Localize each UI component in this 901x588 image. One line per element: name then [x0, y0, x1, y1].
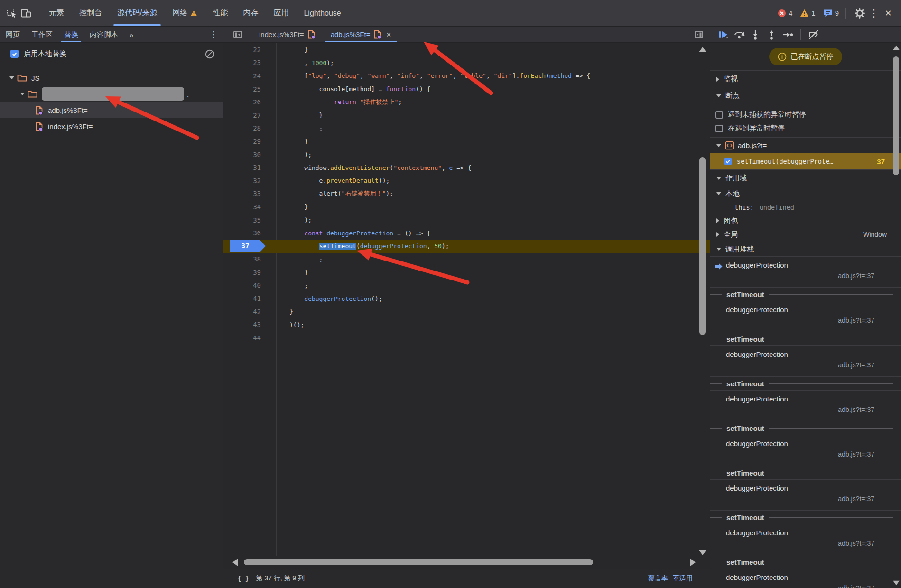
code-line-27[interactable]: 27 }	[223, 109, 710, 122]
warning-badge[interactable]: 1	[800, 9, 815, 17]
code-line-37[interactable]: 3737 setTimeout(debuggerProtection, 50);	[223, 240, 710, 253]
scroll-up-icon[interactable]	[893, 46, 900, 50]
breakpoint-checkbox[interactable]	[724, 158, 732, 165]
line-number[interactable]: 33	[223, 190, 276, 197]
code-line-34[interactable]: 34 }	[223, 200, 710, 214]
code-text[interactable]: }	[276, 112, 323, 119]
main-tab-元素[interactable]: 元素	[41, 0, 72, 27]
line-number[interactable]: 36	[223, 229, 276, 237]
code-text[interactable]: );	[276, 216, 312, 224]
code-line-40[interactable]: 40 ;	[223, 279, 710, 292]
code-line-24[interactable]: 24 ["log", "debug", "warn", "info", "err…	[223, 69, 710, 83]
tree-folder-redacted[interactable]: .	[0, 86, 223, 102]
code-line-42[interactable]: 42}	[223, 305, 710, 318]
code-text[interactable]: const debuggerProtection = () => {	[276, 230, 430, 237]
tree-file-adb.js%3Ft=[interactable]: adb.js%3Ft=	[0, 102, 223, 118]
stack-frame[interactable]: debuggerProtectionadb.js?t=:37	[710, 480, 901, 510]
line-number[interactable]: 43	[223, 321, 276, 328]
sources-tab-内容脚本[interactable]: 内容脚本	[84, 27, 124, 43]
editor-horizontal-scrollbar[interactable]	[223, 556, 710, 569]
main-tab-性能[interactable]: 性能	[205, 0, 235, 27]
breakpoint-file-group[interactable]: adb.js?t=	[710, 137, 901, 153]
code-text[interactable]: }	[276, 203, 308, 210]
pause-caught-checkbox[interactable]	[715, 125, 723, 132]
code-line-30[interactable]: 30 );	[223, 148, 710, 161]
section-breakpoints[interactable]: 断点	[710, 87, 901, 104]
scroll-left-icon[interactable]	[232, 559, 238, 566]
line-number[interactable]: 26	[223, 98, 276, 106]
main-tab-源代码/来源[interactable]: 源代码/来源	[110, 0, 165, 27]
line-number[interactable]: 24	[223, 72, 276, 80]
code-line-39[interactable]: 39 }	[223, 266, 710, 279]
resume-script-icon[interactable]	[716, 28, 730, 42]
line-number[interactable]: 41	[223, 295, 276, 302]
line-number[interactable]: 27	[223, 112, 276, 119]
code-text[interactable]: }	[276, 46, 308, 53]
sidebar-scrollbar[interactable]	[892, 43, 900, 588]
breakpoint-entry[interactable]: setTimeout(debuggerProte… 37	[710, 153, 901, 169]
main-tab-应用[interactable]: 应用	[266, 0, 296, 27]
frame-location[interactable]: adb.js?t=:37	[838, 272, 874, 280]
pretty-print-icon[interactable]: { }	[237, 575, 249, 582]
line-number[interactable]: 29	[223, 138, 276, 145]
main-tab-网络[interactable]: 网络	[165, 0, 205, 27]
code-text[interactable]: return "操作被禁止";	[276, 98, 402, 106]
error-badge[interactable]: 4	[778, 9, 792, 18]
sidebar-scroll-thumb[interactable]	[893, 56, 899, 175]
sources-tab-工作区[interactable]: 工作区	[26, 27, 58, 43]
step-out-icon[interactable]	[764, 28, 779, 42]
scroll-right-icon[interactable]	[690, 559, 696, 566]
line-number[interactable]: 32	[223, 177, 276, 185]
tree-folder-JS[interactable]: JS	[0, 70, 223, 86]
code-line-23[interactable]: 23 , 1000);	[223, 56, 710, 70]
hide-navigator-icon[interactable]	[231, 28, 245, 42]
code-text[interactable]: e.preventDefault();	[276, 177, 390, 184]
pause-uncaught-row[interactable]: 遇到未捕获的异常时暂停	[710, 108, 901, 121]
section-call-stack[interactable]: 调用堆栈	[710, 242, 901, 257]
code-text[interactable]: ;	[276, 125, 323, 132]
section-scope[interactable]: 作用域	[710, 169, 901, 187]
horizontal-scroll-thumb[interactable]	[244, 559, 593, 565]
code-text[interactable]: }	[276, 269, 308, 276]
coverage-value[interactable]: 不适用	[673, 574, 693, 583]
code-line-41[interactable]: 41 debuggerProtection();	[223, 292, 710, 305]
line-number[interactable]: 42	[223, 308, 276, 316]
sidebar-more-icon[interactable]: ⋮	[206, 28, 221, 42]
code-line-26[interactable]: 26 return "操作被禁止";	[223, 95, 710, 109]
frame-location[interactable]: adb.js?t=:37	[838, 495, 874, 503]
close-devtools-icon[interactable]: ✕	[881, 6, 895, 20]
line-number[interactable]: 44	[223, 334, 276, 342]
code-text[interactable]: console[method] = function() {	[276, 85, 430, 93]
code-line-32[interactable]: 32 e.preventDefault();	[223, 174, 710, 187]
code-line-38[interactable]: 38 ;	[223, 253, 710, 266]
coverage-status[interactable]: 覆盖率: 不适用	[648, 574, 693, 583]
line-number[interactable]: 40	[223, 281, 276, 289]
code-line-35[interactable]: 35 );	[223, 214, 710, 227]
stack-frame[interactable]: debuggerProtectionadb.js?t=:37	[710, 346, 901, 376]
step-icon[interactable]	[780, 28, 795, 42]
sources-tab-替换[interactable]: 替换	[58, 27, 84, 43]
scroll-down-icon[interactable]	[893, 581, 900, 585]
device-toolbar-icon[interactable]	[19, 6, 33, 20]
scope-this-row[interactable]: this: undefined	[710, 201, 901, 214]
code-text[interactable]: ["log", "debug", "warn", "info", "error"…	[276, 72, 590, 79]
enable-overrides-checkbox[interactable]	[10, 50, 19, 58]
frame-location[interactable]: adb.js?t=:37	[838, 317, 874, 324]
code-line-22[interactable]: 22 }	[223, 43, 710, 56]
main-tab-内存[interactable]: 内存	[235, 0, 266, 27]
line-number[interactable]: 34	[223, 203, 276, 211]
frame-location[interactable]: adb.js?t=:37	[838, 406, 874, 413]
code-text[interactable]: , 1000);	[276, 59, 334, 66]
code-text[interactable]: alert("右键被禁用！");	[276, 189, 393, 198]
deactivate-breakpoints-icon[interactable]	[807, 28, 821, 42]
code-text[interactable]: );	[276, 151, 312, 158]
stack-frame[interactable]: debuggerProtectionadb.js?t=:37	[710, 301, 901, 332]
scroll-down-icon[interactable]	[699, 550, 706, 555]
scope-closure-row[interactable]: 闭包	[710, 214, 901, 227]
clear-overrides-icon[interactable]	[203, 47, 217, 61]
editor-tab-adb.js%3Ft=[interactable]: adb.js%3Ft=✕	[323, 27, 399, 43]
code-line-43[interactable]: 43)();	[223, 318, 710, 331]
line-number[interactable]: 38	[223, 255, 276, 263]
code-text[interactable]: ;	[276, 256, 323, 263]
more-options-icon[interactable]: ⋮	[867, 6, 881, 20]
